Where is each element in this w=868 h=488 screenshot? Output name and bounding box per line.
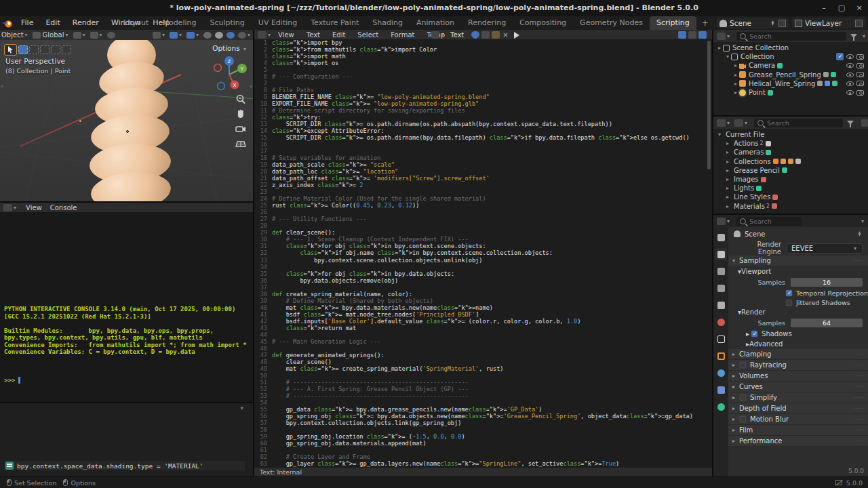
code-line[interactable]: 29def clear_scene(): [254,229,707,236]
render-samples-field[interactable]: 64 [791,319,863,327]
hide-eye-icon[interactable] [846,73,854,77]
file-filter-type-icon[interactable] [734,119,743,127]
properties-tab-object-data[interactable] [715,401,727,413]
code-line[interactable]: 26 [254,209,707,216]
info-log-row[interactable]: bpy.context.space_data.shading.type = 'M… [4,461,245,470]
render-engine-dropdown[interactable]: EEVEE▾ [787,243,863,253]
filter-icon[interactable] [847,121,854,125]
code-line[interactable]: 62 # Create Layer and Frame [254,453,707,460]
code-line[interactable]: 12class="k">try: [254,114,707,121]
text-editor[interactable]: ▾ ViewTextEditSelectFormatTemplates ▾ Te… [254,30,712,476]
tab-animation[interactable]: Animation [410,16,461,30]
tab-texture-paint[interactable]: Texture Paint [304,16,366,30]
text-menu-text[interactable]: Text [300,31,326,39]
console-output[interactable]: PYTHON INTERACTIVE CONSOLE 3.14.0 (main,… [4,291,250,398]
check-temporal-reprojection[interactable]: Temporal Reprojection [728,288,868,298]
outliner-row[interactable]: ▸Grease_Pencil_Spring [713,70,868,79]
tab-scripting[interactable]: Scripting [650,16,696,30]
console-menu-console[interactable]: Console [50,204,77,211]
code-line[interactable]: 23 [254,188,707,195]
select-mode-set[interactable] [18,45,28,54]
disable-render-icon[interactable] [856,72,864,77]
expander-icon[interactable]: ▸ [732,62,739,68]
code-line[interactable]: 16 [254,141,707,148]
expander-icon[interactable]: ▸ [716,45,723,51]
properties-tab-output[interactable] [715,265,727,277]
expander-icon[interactable]: ▾ [724,54,731,60]
tab-geometry-nodes[interactable]: Geometry Nodes [573,16,650,30]
select-mode-extend[interactable] [29,45,39,54]
panel-depth-of-field[interactable]: ▸Depth of Field···· [728,403,868,414]
tab-modeling[interactable]: Modeling [155,16,203,30]
code-line[interactable]: 63 gp_layer class="k">= gp_data.layers.n… [254,460,707,467]
panel-simplify[interactable]: ▸Simplify···· [728,392,868,403]
text-menu-select[interactable]: Select [351,31,384,39]
mode-dropdown[interactable]: Object [1,31,24,39]
outliner-row[interactable]: ▸Cameras [713,148,868,157]
expander-icon[interactable]: ▸ [732,72,739,78]
code-line[interactable]: 42 bsdf.inputs['Base Color'].default_val… [254,318,707,325]
outliner-row[interactable]: ▸Lights [713,184,868,192]
checkbox-icon[interactable] [786,299,792,305]
code-line[interactable]: 50 [254,372,707,379]
code-line[interactable]: 56 gp_spring_obj class="k">= bpy.data.ob… [254,413,707,420]
code-line[interactable]: 22z_axis_index class="k">= 2 [254,182,707,188]
code-line[interactable]: 58 [254,426,707,433]
snap-icon[interactable] [73,32,81,39]
subpanel-render[interactable]: ▾Render [728,307,868,317]
code-line[interactable]: 40 mat class="k">= bpy.data.materials.ne… [254,304,707,311]
pin-icon[interactable] [770,20,776,26]
code-line[interactable]: 55 gp_data class="k">= bpy.data.grease_p… [254,406,707,413]
sidebar-expand-arrow[interactable]: ‹ [250,83,252,89]
proportional-edit-icon[interactable] [90,32,98,39]
outliner-row[interactable]: ▸Point [713,88,868,97]
toolbar-expand-arrow[interactable]: › [1,83,3,89]
properties-tab-collection[interactable] [715,333,727,345]
outliner-row[interactable]: ▸Line Styles [713,192,868,201]
code-line[interactable]: 14class="k">except AttributeError: [254,127,707,134]
code-line[interactable]: 34 [254,264,707,270]
checkbox-icon[interactable] [786,289,792,296]
outliner-row[interactable]: ▸Actions2 [713,139,868,148]
code-line[interactable]: 46 [254,345,707,352]
breadcrumb-scene[interactable]: Scene [745,230,766,238]
code-line[interactable]: 38def create_spring_material(name, color… [254,291,707,298]
panel-checkbox[interactable] [740,394,746,401]
hide-eye-icon[interactable] [846,54,854,59]
tab-rendering[interactable]: Rendering [461,16,513,30]
code-line[interactable]: 27# --- Utility Functions --- [254,216,707,222]
text-menu-view[interactable]: View [272,31,300,39]
code-line[interactable]: 30 # --- 1. Scene Cleanup (Context Indep… [254,236,707,243]
new-scene-icon[interactable] [778,20,786,27]
code-line[interactable]: 54 [254,399,707,406]
scene-selector[interactable]: Scene [717,18,789,28]
outliner-scene[interactable]: ▾ Search ▾ ▸Scene Collection▾Collection▸… [713,30,868,115]
outliner-row[interactable]: ▸Scene Collection [713,43,868,52]
subpanel-advanced[interactable]: ▸Advanced [728,339,868,349]
open-folder-icon[interactable] [492,31,500,39]
select-mode-intersect[interactable] [62,45,71,54]
maximize-button[interactable]: ▢ [833,0,850,16]
settings-icon[interactable] [861,119,868,127]
gizmo-toggle-icon[interactable] [153,32,161,39]
code-line[interactable]: 15 SCRIPT_DIR class="k">= os.path.dirnam… [254,134,707,141]
code-line[interactable]: 11# Determine script directory for savin… [254,107,707,114]
blender-logo-icon[interactable] [3,18,13,28]
filter-icon[interactable] [850,34,857,38]
tab-layout[interactable]: Layout [117,16,155,30]
shading-rendered-icon[interactable] [238,32,246,39]
overlays-toggle-icon[interactable] [170,32,178,39]
code-line[interactable]: 6# --- Configuration --- [254,73,707,80]
shading-solid-icon[interactable] [215,32,223,39]
tab-compositing[interactable]: Compositing [513,16,573,30]
console-editor-type-icon[interactable] [3,204,12,211]
code-line[interactable]: 53 # -----------------------------------… [254,392,707,399]
code-line[interactable]: 49 mat class="k">= create_spring_materia… [254,365,707,372]
python-console[interactable]: ▾ View Console PYTHON INTERACTIVE CONSOL… [0,203,253,402]
code-line[interactable]: 48 clear_scene() [254,359,707,365]
code-line[interactable]: 4class="k">import os [254,60,707,66]
viewport-3d[interactable]: Object ▾ Global ▾ ▾ ▾ ▾ ▾ ▾ ▾ Options ▾ … [0,30,253,201]
tab-shading[interactable]: Shading [366,16,410,30]
code-line[interactable]: 10EXPORT_FILE_NAME class="k">= "low-poly… [254,100,707,107]
subpanel-shadows[interactable]: ▸Shadows [728,329,868,339]
